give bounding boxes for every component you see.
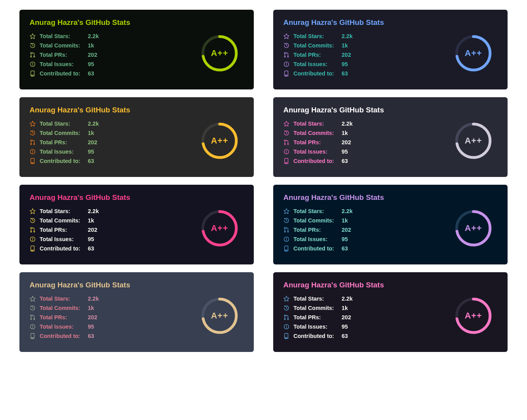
rank-circle: A++ [454, 296, 493, 335]
svg-point-6 [33, 65, 33, 66]
stat-label: Total PRs: [40, 52, 88, 58]
stat-value: 95 [342, 324, 348, 330]
rank-text: A++ [211, 223, 229, 233]
card-title: Anurag Hazra's GitHub Stats [30, 18, 244, 27]
rank-text: A++ [465, 223, 482, 233]
stat-value: 2.2k [88, 208, 99, 214]
stats-card-gruvbox: Anurag Hazra's GitHub StatsTotal Stars:2… [19, 97, 254, 177]
card-title: Anurag Hazra's GitHub Stats [30, 106, 244, 114]
rank-circle: A++ [454, 209, 493, 248]
stat-label: Total Commits: [293, 217, 342, 224]
stat-label: Total Issues: [293, 236, 342, 242]
stat-value: 202 [88, 227, 97, 233]
stat-value: 1k [342, 305, 348, 311]
pr-icon [283, 227, 290, 233]
clock-icon [30, 217, 36, 224]
stat-value: 202 [342, 314, 351, 320]
issue-icon [30, 61, 36, 67]
stat-value: 63 [342, 158, 348, 164]
clock-icon [283, 217, 290, 224]
repo-icon [30, 333, 36, 339]
issue-icon [283, 61, 290, 67]
stat-label: Total PRs: [293, 139, 342, 145]
stat-label: Total PRs: [293, 52, 342, 58]
stat-value: 1k [342, 130, 348, 136]
stat-value: 63 [88, 333, 94, 339]
rank-circle: A++ [200, 34, 239, 73]
stats-card-omni: Anurag Hazra's GitHub StatsTotal Stars:2… [273, 272, 508, 352]
stats-card-calm: Anurag Hazra's GitHub StatsTotal Stars:2… [19, 272, 254, 352]
stat-value: 1k [342, 42, 348, 49]
svg-marker-60 [30, 296, 35, 301]
stat-value: 2.2k [342, 121, 352, 127]
repo-icon [283, 158, 290, 164]
stat-value: 2.2k [88, 121, 99, 127]
svg-marker-0 [30, 33, 35, 38]
svg-marker-50 [284, 208, 289, 214]
svg-marker-70 [284, 296, 289, 301]
stat-value: 2.2k [88, 296, 99, 302]
stat-value: 202 [88, 139, 97, 145]
pr-icon [283, 139, 290, 145]
stat-label: Total Stars: [40, 33, 88, 39]
svg-point-46 [33, 240, 33, 241]
rank-text: A++ [465, 311, 482, 321]
stat-label: Contributed to: [40, 158, 88, 164]
stat-value: 2.2k [342, 296, 352, 302]
rank-text: A++ [211, 311, 229, 321]
stat-value: 202 [88, 314, 97, 320]
repo-icon [283, 70, 290, 77]
repo-icon [283, 245, 290, 252]
issue-icon [30, 149, 36, 155]
rank-text: A++ [211, 136, 229, 146]
stat-value: 202 [342, 227, 351, 233]
stat-label: Total Stars: [40, 121, 88, 127]
stat-label: Total Issues: [40, 236, 88, 242]
svg-point-76 [286, 328, 287, 328]
stat-value: 95 [342, 236, 348, 242]
stat-value: 202 [342, 139, 351, 145]
stat-value: 63 [88, 245, 94, 252]
pr-icon [30, 139, 36, 145]
rank-text: A++ [465, 48, 482, 58]
stat-label: Contributed to: [293, 158, 342, 164]
svg-point-26 [33, 153, 33, 153]
pr-icon [30, 314, 36, 320]
stat-label: Total Commits: [293, 42, 342, 49]
stat-label: Total Commits: [293, 305, 342, 311]
stat-label: Total PRs: [40, 139, 88, 145]
rank-text: A++ [465, 136, 482, 146]
pr-icon [283, 52, 290, 58]
pr-icon [30, 52, 36, 58]
svg-point-56 [286, 240, 287, 241]
stat-label: Total Stars: [293, 33, 342, 39]
clock-icon [30, 42, 36, 49]
stat-label: Contributed to: [293, 333, 342, 339]
stat-value: 1k [342, 217, 348, 224]
repo-icon [30, 245, 36, 252]
stats-card-tokyonight: Anurag Hazra's GitHub StatsTotal Stars:2… [273, 10, 508, 89]
issue-icon [283, 236, 290, 242]
stat-value: 63 [342, 333, 348, 339]
star-icon [283, 33, 290, 39]
stats-card-dracula: Anurag Hazra's GitHub StatsTotal Stars:2… [273, 97, 508, 177]
star-icon [283, 296, 290, 302]
stat-label: Total Issues: [293, 61, 342, 67]
card-title: Anurag Hazra's GitHub Stats [283, 18, 497, 27]
issue-icon [283, 324, 290, 330]
stat-value: 2.2k [342, 33, 352, 39]
stat-label: Total Commits: [40, 217, 88, 224]
issue-icon [283, 149, 290, 155]
stat-label: Total Commits: [40, 130, 88, 136]
stat-value: 63 [88, 70, 94, 77]
stat-value: 202 [342, 52, 351, 58]
stat-value: 1k [88, 305, 94, 311]
stat-label: Total Stars: [293, 208, 342, 214]
card-title: Anurag Hazra's GitHub Stats [30, 281, 244, 289]
stat-value: 95 [88, 61, 94, 67]
stat-label: Total Commits: [40, 42, 88, 49]
stat-label: Total Stars: [40, 296, 88, 302]
stat-value: 63 [342, 245, 348, 252]
repo-icon [30, 158, 36, 164]
stats-card-merko: Anurag Hazra's GitHub StatsTotal Stars:2… [19, 10, 254, 89]
